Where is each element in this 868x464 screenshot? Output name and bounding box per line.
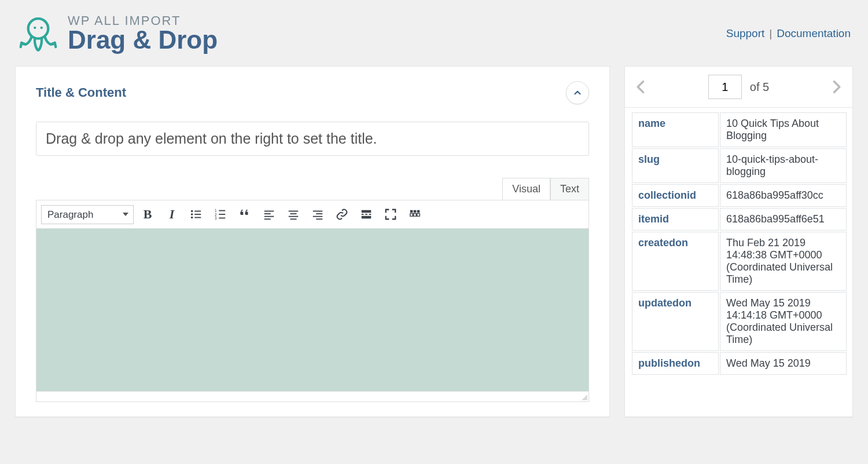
record-row: createdonThu Feb 21 2019 14:48:38 GMT+00… bbox=[632, 232, 847, 291]
page-header: WP ALL IMPORT Drag & Drop Support | Docu… bbox=[0, 0, 868, 60]
align-center-button[interactable] bbox=[283, 204, 304, 225]
editor-content-area[interactable] bbox=[36, 229, 589, 391]
resize-handle[interactable] bbox=[580, 393, 587, 400]
record-scroll[interactable]: name10 Quick Tips About Bloggingslug10-q… bbox=[625, 108, 852, 416]
svg-point-7 bbox=[191, 217, 193, 219]
svg-rect-8 bbox=[194, 217, 201, 218]
svg-point-0 bbox=[28, 19, 49, 39]
svg-point-5 bbox=[191, 213, 193, 215]
svg-point-1 bbox=[34, 27, 36, 29]
page-title: Drag & Drop bbox=[68, 25, 218, 54]
header-links: Support | Documentation bbox=[726, 27, 851, 40]
svg-rect-28 bbox=[362, 214, 364, 215]
collapse-section-button[interactable] bbox=[566, 81, 589, 104]
align-right-button[interactable] bbox=[307, 204, 328, 225]
link-icon bbox=[336, 208, 348, 221]
record-value[interactable]: Thu Feb 21 2019 14:48:38 GMT+0000 (Coord… bbox=[720, 232, 847, 291]
pagination-center: of 5 bbox=[708, 75, 769, 99]
align-right-icon bbox=[311, 208, 324, 221]
bold-button[interactable]: B bbox=[137, 204, 158, 225]
record-value[interactable]: 10 Quick Tips About Blogging bbox=[720, 112, 847, 147]
record-value[interactable]: Wed May 15 2019 14:14:18 GMT+0000 (Coord… bbox=[720, 292, 847, 351]
format-select[interactable]: Paragraph bbox=[41, 205, 134, 224]
record-row: collectionid618a86ba995aff30cc bbox=[632, 184, 847, 207]
record-value[interactable]: 618a86ba995aff30cc bbox=[720, 184, 847, 207]
section-head: Title & Content bbox=[36, 81, 589, 104]
record-table: name10 Quick Tips About Bloggingslug10-q… bbox=[631, 111, 848, 376]
svg-rect-14 bbox=[219, 218, 225, 219]
record-row: updatedonWed May 15 2019 14:14:18 GMT+00… bbox=[632, 292, 847, 351]
svg-rect-33 bbox=[414, 210, 417, 213]
title-input[interactable] bbox=[36, 122, 589, 156]
record-value[interactable]: 10-quick-tips-about-blogging bbox=[720, 148, 847, 183]
svg-rect-6 bbox=[194, 214, 201, 215]
blockquote-icon bbox=[238, 208, 251, 221]
italic-button[interactable]: I bbox=[161, 204, 182, 225]
svg-text:3: 3 bbox=[215, 216, 217, 220]
svg-rect-32 bbox=[410, 210, 413, 213]
title-group: WP ALL IMPORT Drag & Drop bbox=[68, 13, 218, 54]
header-left: WP ALL IMPORT Drag & Drop bbox=[17, 13, 218, 54]
record-key[interactable]: createdon bbox=[632, 232, 719, 291]
record-key[interactable]: publishedon bbox=[632, 352, 719, 375]
svg-rect-25 bbox=[313, 216, 323, 217]
tab-text[interactable]: Text bbox=[550, 178, 589, 200]
svg-rect-37 bbox=[417, 214, 420, 217]
svg-rect-31 bbox=[362, 216, 372, 219]
svg-rect-34 bbox=[417, 210, 420, 213]
record-row: publishedonWed May 15 2019 bbox=[632, 352, 847, 375]
align-center-icon bbox=[287, 208, 300, 221]
chevron-up-icon bbox=[572, 87, 583, 98]
toolbar-toggle-icon bbox=[409, 208, 421, 221]
align-left-button[interactable] bbox=[259, 204, 279, 225]
svg-point-2 bbox=[41, 27, 43, 29]
record-key[interactable]: itemid bbox=[632, 208, 719, 231]
record-key[interactable]: updatedon bbox=[632, 292, 719, 351]
align-left-icon bbox=[263, 208, 275, 221]
svg-rect-26 bbox=[316, 218, 322, 220]
blockquote-button[interactable] bbox=[234, 204, 255, 225]
octopus-logo-icon bbox=[17, 13, 59, 54]
record-value[interactable]: Wed May 15 2019 bbox=[720, 352, 847, 375]
svg-rect-15 bbox=[264, 211, 274, 212]
numbered-list-button[interactable]: 123 bbox=[210, 204, 231, 225]
numbered-list-icon: 123 bbox=[214, 208, 227, 221]
next-record-button[interactable] bbox=[828, 79, 844, 95]
svg-rect-36 bbox=[414, 214, 417, 217]
record-key[interactable]: slug bbox=[632, 148, 719, 183]
bullet-list-button[interactable] bbox=[186, 204, 207, 225]
editor-footer bbox=[36, 391, 589, 401]
record-row: name10 Quick Tips About Blogging bbox=[632, 112, 847, 147]
bullet-list-icon bbox=[190, 208, 203, 221]
page-number-input[interactable] bbox=[708, 75, 742, 99]
editor-tabs: Visual Text bbox=[36, 178, 589, 200]
support-link[interactable]: Support bbox=[726, 27, 765, 40]
editor-wrap: Paragraph B I 123 bbox=[36, 200, 589, 402]
tab-visual[interactable]: Visual bbox=[502, 178, 550, 200]
record-paginator: of 5 bbox=[625, 67, 852, 108]
svg-rect-4 bbox=[194, 211, 201, 212]
section-title: Title & Content bbox=[36, 85, 126, 100]
svg-rect-18 bbox=[264, 218, 271, 220]
record-value[interactable]: 618a86ba995aff6e51 bbox=[720, 208, 847, 231]
svg-rect-10 bbox=[219, 210, 225, 211]
readmore-button[interactable] bbox=[356, 204, 377, 225]
documentation-link[interactable]: Documentation bbox=[777, 27, 851, 40]
svg-rect-20 bbox=[290, 213, 297, 214]
svg-rect-19 bbox=[289, 211, 299, 212]
svg-rect-16 bbox=[264, 213, 271, 214]
fullscreen-icon bbox=[384, 208, 397, 221]
svg-rect-17 bbox=[264, 216, 274, 217]
svg-rect-23 bbox=[313, 211, 323, 212]
link-button[interactable] bbox=[332, 204, 352, 225]
fullscreen-button[interactable] bbox=[380, 204, 401, 225]
svg-point-3 bbox=[191, 210, 193, 213]
svg-rect-30 bbox=[369, 214, 372, 215]
svg-rect-21 bbox=[289, 216, 299, 217]
svg-rect-12 bbox=[219, 214, 225, 215]
record-key[interactable]: name bbox=[632, 112, 719, 147]
prev-record-button[interactable] bbox=[633, 79, 649, 95]
record-key[interactable]: collectionid bbox=[632, 184, 719, 207]
svg-rect-22 bbox=[290, 218, 297, 220]
toolbar-toggle-button[interactable] bbox=[404, 204, 425, 225]
